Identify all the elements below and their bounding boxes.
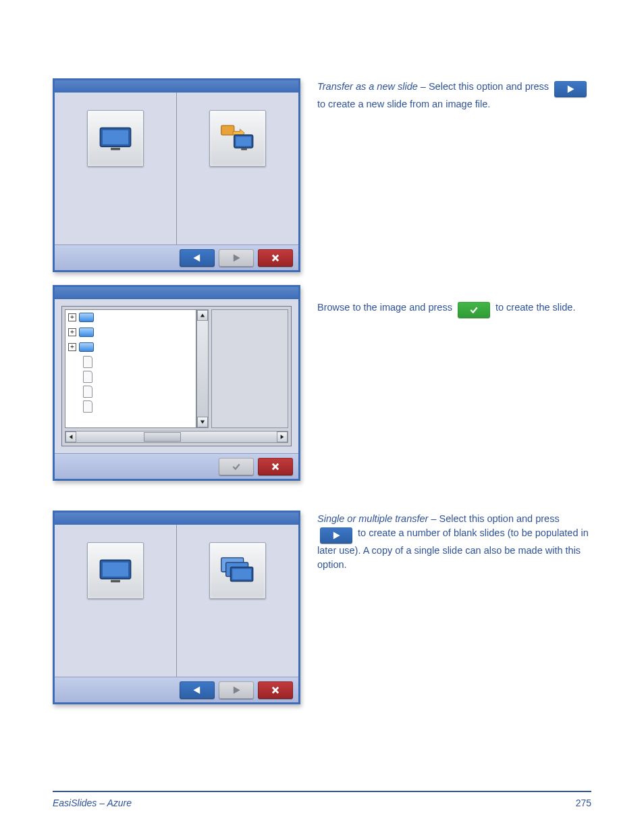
folder-to-monitor-icon: [220, 124, 255, 153]
option-blank-monitor[interactable]: [87, 110, 144, 167]
footer-title: EasiSlides – Azure: [53, 798, 132, 808]
page-number: 275: [576, 798, 591, 808]
vertical-scrollbar[interactable]: [196, 309, 209, 428]
monitor-icon: [98, 556, 133, 585]
svg-rect-9: [241, 149, 247, 151]
svg-rect-4: [111, 148, 120, 150]
svg-rect-21: [103, 563, 128, 577]
previous-button[interactable]: [180, 249, 215, 267]
instruction-step-2: Browse to the image and press to create …: [317, 301, 594, 318]
svg-marker-0: [568, 85, 574, 93]
svg-marker-28: [234, 686, 240, 694]
svg-marker-16: [70, 435, 73, 439]
button-bar: [55, 244, 298, 270]
step-2-body: Browse to the image and press: [317, 302, 455, 313]
instruction-step-1: Transfer as a new slide – Select this op…: [317, 80, 594, 111]
svg-rect-8: [236, 136, 251, 146]
button-bar: [55, 453, 298, 479]
svg-marker-11: [234, 254, 240, 261]
svg-marker-27: [193, 686, 200, 694]
step-2-trail: to create the slide.: [493, 302, 576, 313]
file-icon[interactable]: [83, 400, 92, 413]
svg-rect-3: [103, 130, 128, 145]
folder-tree[interactable]: + + +: [65, 309, 196, 428]
step-3-lead: Single or multiple transfer –: [317, 513, 437, 524]
option-multiple-slides[interactable]: [209, 542, 266, 599]
scroll-left-icon[interactable]: [65, 432, 76, 442]
cancel-button[interactable]: [258, 458, 293, 475]
scroll-up-icon[interactable]: [197, 310, 208, 321]
button-bar: [55, 677, 298, 702]
svg-marker-10: [193, 254, 200, 261]
file-browser-panel: + + +: [53, 285, 300, 481]
title-bar: [55, 80, 298, 93]
monitor-stack-icon: [220, 556, 255, 585]
wizard-panel-transfer-new-slide: [53, 78, 300, 272]
next-button-disabled: [219, 249, 254, 267]
cancel-button[interactable]: [258, 249, 293, 267]
step-1-lead: Transfer as a new slide –: [317, 81, 426, 92]
expand-icon[interactable]: +: [68, 343, 76, 351]
scroll-down-icon[interactable]: [197, 417, 208, 427]
monitor-icon: [98, 124, 133, 153]
file-icon[interactable]: [83, 386, 92, 398]
step-1-body: Select this option and press: [426, 81, 552, 92]
svg-marker-15: [200, 421, 205, 424]
title-bar: [55, 513, 298, 525]
previous-button[interactable]: [180, 681, 215, 699]
page-footer: EasiSlides – Azure 275: [53, 791, 591, 808]
file-icon[interactable]: [83, 371, 92, 383]
svg-marker-17: [281, 435, 284, 439]
next-icon: [320, 527, 352, 544]
instruction-step-3: Single or multiple transfer – Select thi…: [317, 512, 594, 572]
svg-marker-14: [200, 314, 205, 317]
title-bar: [55, 287, 298, 299]
next-icon: [554, 81, 587, 97]
svg-rect-26: [232, 569, 251, 579]
preview-pane: [211, 309, 288, 428]
next-button-disabled: [219, 681, 254, 699]
option-transfer-from-file[interactable]: [209, 110, 266, 167]
step-3-trail: to create a number of blank slides (to b…: [317, 527, 589, 570]
step-1-trail: to create a new slide from an image file…: [317, 99, 490, 109]
ok-icon: [458, 302, 490, 318]
file-icon[interactable]: [83, 356, 92, 368]
file-browser: + + +: [61, 306, 292, 446]
svg-rect-5: [221, 126, 234, 135]
folder-icon: [79, 328, 94, 337]
svg-rect-22: [111, 580, 120, 582]
step-3-body: Select this option and press: [437, 513, 560, 524]
option-single-slide[interactable]: [87, 542, 144, 599]
folder-icon: [79, 313, 94, 322]
expand-icon[interactable]: +: [68, 328, 76, 336]
folder-icon: [79, 342, 94, 352]
cancel-button[interactable]: [258, 681, 293, 699]
ok-button-disabled: [219, 458, 254, 475]
svg-marker-1: [333, 531, 340, 539]
wizard-panel-single-multiple: [53, 511, 300, 704]
expand-icon[interactable]: +: [68, 313, 76, 321]
scroll-thumb[interactable]: [144, 432, 181, 442]
horizontal-scrollbar[interactable]: [65, 431, 288, 443]
scroll-right-icon[interactable]: [277, 432, 288, 442]
